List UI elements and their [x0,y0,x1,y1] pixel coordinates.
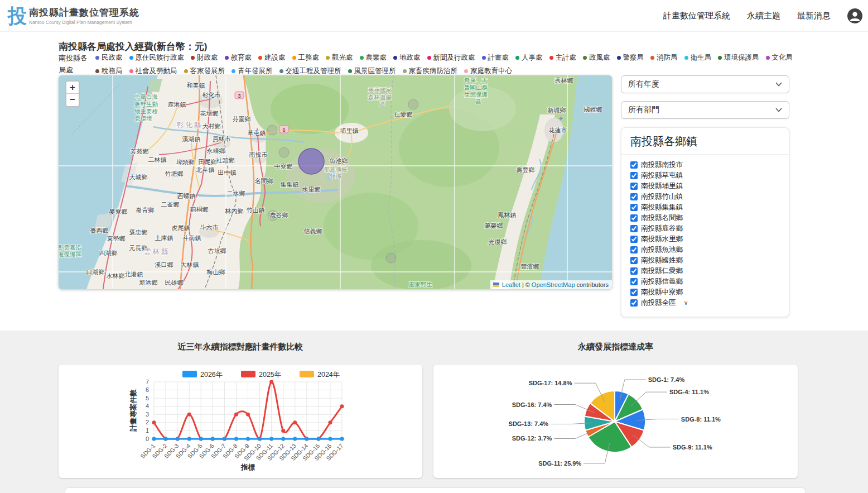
airport-icon: ✈ [558,116,563,122]
map-legend-item[interactable]: 新聞及行政處 [427,52,475,63]
user-avatar-icon[interactable] [847,8,862,23]
line-chart[interactable]: 01234567SDG-1SDG-2SDG-3SDG-4SDG-5SDG-6SD… [59,365,422,478]
chart-legend-item[interactable]: 2026年 [182,371,223,379]
pie-label: SDG-4: 11.1% [669,389,709,395]
township-row[interactable]: 南投縣中寮鄉 [630,287,780,298]
township-checkbox[interactable] [630,161,638,169]
map-legend-item[interactable]: 主計處 [549,52,577,63]
map-place-label: 崙背鄉 [136,207,155,213]
map-bubble-marker[interactable] [298,149,324,174]
map-legend-item[interactable]: 人事處 [515,52,543,63]
map-place-label: 田尾鄉 [199,159,217,165]
map-place-label: 竹山鎮 [247,207,265,213]
map-legend-item[interactable]: 家庭教育中心 [464,66,512,76]
map-place-label: 埔里鎮 [340,127,359,134]
legend-dot-icon [718,56,722,60]
legend-dot-icon [129,56,133,60]
township-checkbox[interactable] [630,225,638,232]
map-legend-item[interactable]: 原住民族行政處 [129,52,185,63]
chart-legend-item[interactable]: 2024年 [300,371,340,379]
township-row[interactable]: 南投縣魚池鄉 [630,245,780,255]
chevron-down-icon[interactable]: ∨ [684,299,688,307]
township-checkbox[interactable] [630,299,638,307]
map-place-label: 仁愛鄉 [394,111,413,118]
township-checkbox[interactable] [630,204,638,211]
township-row[interactable]: 南投縣草屯鎮 [630,170,780,181]
township-row[interactable]: 南投縣水里鄉 [630,234,780,245]
svg-text:3: 3 [146,411,149,418]
township-row[interactable]: 南投縣國姓鄉 [630,255,780,266]
map-place-label: 豐濱鄉 [521,263,539,270]
pie-chart[interactable]: SDG-1: 7.4%SDG-4: 11.1%SDG-8: 11.1%SDG-9… [433,365,798,478]
map-legend-item[interactable]: 教育處 [225,52,252,63]
map-place-label: 竹塘鄉 [165,170,184,177]
township-row[interactable]: 南投縣南投市 [630,160,780,170]
svg-text:3: 3 [238,93,240,99]
map-place-label: 森林遊樂 [368,94,392,100]
map-canvas[interactable]: ✈ 和美鎮彰化市鹿港鎮花壇鄉芬園鄉大村鄉草屯鎮溪湖鎮員林市芳苑鄉永靖鄉南投市二林… [59,75,612,289]
township-checkbox[interactable] [630,193,638,200]
township-checkbox[interactable] [630,257,638,264]
map-place-label: 二崙鄉 [161,201,180,208]
township-checkbox[interactable] [630,289,638,296]
map-legend-item[interactable]: 警察局 [617,52,644,63]
map-legend-item[interactable]: 財政處 [191,52,218,63]
map-legend-item[interactable]: 文化局 [766,52,793,63]
map-legend-item[interactable]: 家畜疾病防治所 [403,66,458,76]
map-legend-item[interactable]: 交通工程及管理所 [279,66,341,76]
township-checkbox[interactable] [630,267,638,275]
pie-chart-card: SDG-1: 7.4%SDG-4: 11.1%SDG-8: 11.1%SDG-9… [433,365,798,478]
map-place-label: 北斗鎮 [196,166,215,173]
township-checkbox[interactable] [630,246,638,253]
chevron-down-icon [775,82,782,87]
map-legend-item[interactable]: 地政處 [393,52,421,63]
nav-news[interactable]: 最新消息 [797,11,831,21]
map-legend-item[interactable]: 工務處 [292,52,320,63]
map-place-label: 斗六市 [200,224,219,231]
map-place-label: 邵族傳統 [324,166,348,173]
township-row[interactable]: 南投縣全區∨ [630,298,780,308]
township-row[interactable]: 南投縣信義鄉 [630,276,780,287]
map-legend-item[interactable]: 稅務局 [95,66,123,76]
map-place-label: 林內鄉 [225,208,244,214]
township-checkbox[interactable] [630,236,638,243]
nav-plan-system[interactable]: 計畫數位管理系統 [663,11,730,21]
township-row[interactable]: 南投縣鹿谷鄉 [630,223,780,234]
map-place-label: 光復鄉 [489,238,507,245]
township-row[interactable]: 南投縣名間鄉 [630,213,780,223]
map-legend-item[interactable]: 風景區管理所 [348,66,396,76]
zoom-out-button[interactable]: − [66,94,79,106]
map-legend-item[interactable]: 衛生局 [684,52,712,63]
map-place-label: 彰雲嘉沿 [59,244,81,251]
township-row[interactable]: 南投縣仁愛鄉 [630,266,780,276]
legend-dot-icon [191,56,195,60]
map-legend-item[interactable]: 觀光處 [326,52,353,63]
township-checkbox[interactable] [630,183,638,190]
map-legend-item[interactable]: 環境保護局 [718,52,759,63]
department-filter-select[interactable]: 所有部門 [621,101,789,119]
leaflet-link[interactable]: Leaflet [502,281,520,288]
township-checkbox[interactable] [630,278,638,285]
chart-legend-item[interactable]: 2025年 [241,371,281,379]
map-legend-item[interactable]: 建設處 [258,52,286,63]
map-legend-item[interactable]: 計畫處 [482,52,509,63]
map-legend-item[interactable]: 民政處 [95,52,123,63]
map-legend-item[interactable]: 社會及勞動局 [129,66,177,76]
township-row[interactable]: 南投縣埔里鎮 [630,181,780,192]
nav-sustainability[interactable]: 永續主題 [747,11,780,21]
map-legend-item[interactable]: 消防局 [650,52,678,63]
map-legend-item[interactable]: 青年發展所 [232,66,273,76]
township-checkbox[interactable] [630,214,638,222]
zoom-in-button[interactable]: + [66,82,79,94]
map-place-label: 花蓮市 [549,127,567,133]
year-filter-select[interactable]: 所有年度 [621,75,789,93]
township-row[interactable]: 南投縣集集鎮 [630,202,780,213]
map-place-label: 草屯鎮 [248,130,266,136]
brand[interactable]: 投 南投縣計畫數位管理系統 Nantou County Digital Plan… [8,4,139,27]
township-checkbox[interactable] [630,172,638,179]
township-row[interactable]: 南投縣竹山鎮 [630,192,780,202]
osm-link[interactable]: OpenStreetMap [532,281,575,288]
map-legend-item[interactable]: 政風處 [583,52,610,63]
map-legend-item[interactable]: 農業處 [360,52,387,63]
map-legend-item[interactable]: 客家發展所 [184,66,225,76]
